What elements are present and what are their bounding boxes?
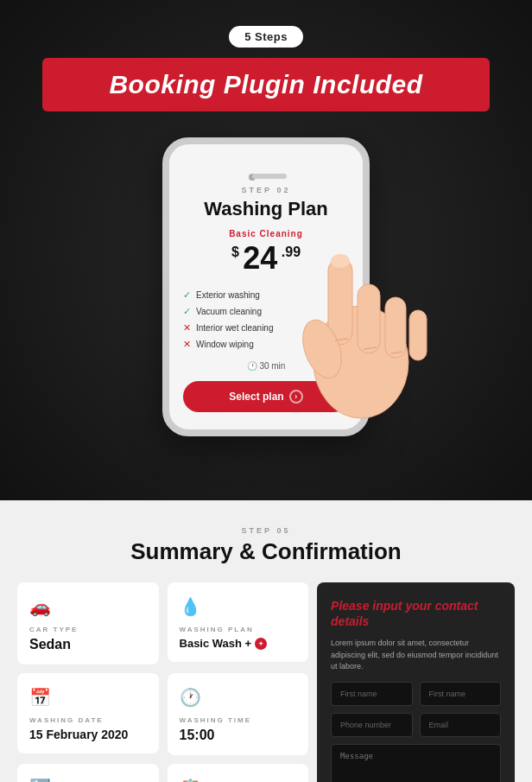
check-icon-2: ✓ (183, 306, 191, 317)
name-row (331, 682, 501, 706)
washing-time-label: WASHING TIME (180, 716, 252, 724)
x-icon-2: ✕ (183, 339, 191, 350)
contact-form: Send request › (331, 682, 501, 782)
email-input[interactable] (420, 713, 501, 737)
card-washing-plan: 💧 WASHING PLAN Basic Wash + + (168, 582, 309, 662)
hand-svg (275, 172, 447, 431)
car-icon: 🚗 (29, 596, 51, 617)
clock-icon: 🕐 (247, 361, 260, 371)
phone-input[interactable] (331, 713, 412, 737)
svg-rect-3 (385, 297, 406, 358)
price-dollar: $ (231, 245, 239, 259)
first-name-input-1[interactable] (331, 682, 412, 706)
check-icon: ✓ (183, 289, 191, 301)
feature-4-text: Window wiping (196, 340, 254, 349)
water-icon: 💧 (180, 596, 201, 617)
car-type-value: Sedan (29, 637, 71, 652)
phone-container: STEP 02 Washing Plan Basic Cleaning $ 24… (111, 137, 421, 466)
clock-icon-card: 🕐 (180, 687, 201, 708)
price-main: 24 (243, 240, 277, 276)
card-total-price: 📋 TOTAL PRICE $68 (168, 764, 309, 782)
hand-overlay (275, 172, 447, 431)
steps-badge-text: 5 Steps (244, 30, 288, 43)
x-icon-1: ✕ (183, 322, 191, 334)
feature-2-text: Vacuum cleaning (196, 307, 262, 316)
plus-badge: + (255, 638, 267, 650)
contact-title: Please input your contact details (331, 598, 501, 629)
svg-point-9 (331, 254, 350, 268)
washing-time-value: 15:00 (180, 728, 215, 743)
svg-rect-2 (358, 284, 380, 353)
svg-rect-4 (409, 310, 427, 360)
washing-plan-text: Basic Wash + (180, 637, 252, 650)
card-duration: 🔄 DURATION 1 hour 30 min (17, 764, 159, 782)
title-banner: Booking Plugin Included (42, 58, 490, 111)
first-name-input-2[interactable] (420, 682, 501, 706)
top-section: 5 Steps Booking Plugin Included STEP 02 … (0, 0, 532, 500)
washing-date-value: 15 February 2020 (29, 728, 128, 741)
washing-plan-label: WASHING PLAN (180, 626, 254, 633)
card-washing-date: 📅 WASHING DATE 15 February 2020 (17, 673, 159, 753)
contact-row (331, 713, 501, 737)
feature-3-text: Interior wet cleaning (196, 323, 274, 333)
car-type-label: CAR TYPE (29, 626, 78, 633)
duration-icon: 🔄 (29, 778, 51, 782)
feature-1-text: Exterior washing (196, 290, 260, 300)
card-car-type: 🚗 CAR TYPE Sedan (17, 582, 159, 664)
bottom-section: STEP 05 Summary & Confirmation 🚗 CAR TYP… (0, 500, 532, 782)
washing-date-label: WASHING DATE (29, 716, 104, 724)
washing-plan-value: Basic Wash + + (180, 637, 268, 650)
summary-step-label: STEP 05 (17, 526, 515, 535)
card-washing-time: 🕐 WASHING TIME 15:00 (168, 673, 309, 755)
contact-card: Please input your contact details Lorem … (317, 582, 515, 782)
price-icon: 📋 (180, 778, 201, 782)
main-title: Booking Plugin Included (77, 70, 455, 99)
summary-title: Summary & Confirmation (17, 538, 515, 565)
contact-description: Lorem ipsum dolor sit amet, consectetur … (331, 638, 501, 673)
contact-title-plain: Please input your (331, 599, 435, 613)
message-textarea[interactable] (331, 744, 501, 782)
calendar-icon: 📅 (29, 687, 51, 708)
steps-badge: 5 Steps (229, 26, 303, 48)
summary-grid: 🚗 CAR TYPE Sedan 💧 WASHING PLAN Basic Wa… (17, 582, 515, 782)
